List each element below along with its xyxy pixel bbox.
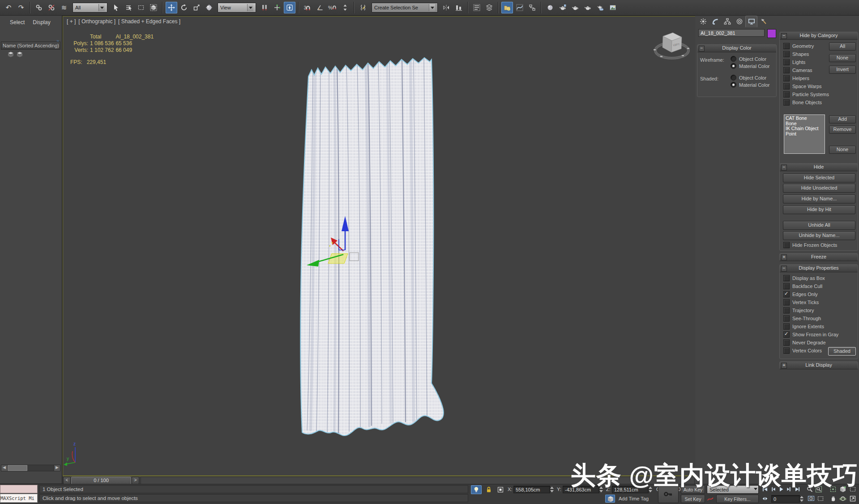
vertex-ticks-checkbox[interactable]: Vertex Ticks — [783, 298, 838, 306]
unlink-selection-icon[interactable] — [46, 2, 57, 13]
time-tag-cube-icon[interactable] — [605, 495, 615, 503]
scroll-right-icon[interactable]: ▶ — [54, 465, 60, 471]
rectangular-selection-region-icon[interactable] — [135, 2, 147, 13]
hide-frozen-objects-checkbox[interactable]: Hide Frozen Objects — [783, 241, 837, 249]
key-mode-toggle-icon[interactable] — [761, 495, 769, 503]
list-add-button[interactable]: Add — [829, 115, 856, 123]
default-in-out-tangents-icon[interactable] — [706, 495, 715, 504]
scroll-left-icon[interactable]: ◀ — [1, 465, 8, 471]
backface-cull-checkbox[interactable]: Backface Cull — [783, 282, 838, 290]
list-remove-button[interactable]: Remove — [829, 126, 856, 134]
add-time-tag[interactable]: Add Time Tag — [619, 496, 649, 501]
viewport-canvas[interactable]: z y LEFT — [63, 17, 695, 475]
select-object-icon[interactable] — [110, 2, 122, 13]
edit-named-selection-sets-icon[interactable] — [357, 2, 369, 13]
display-as-box-checkbox[interactable]: Display as Box — [783, 274, 838, 282]
category-invert-button[interactable]: Invert — [829, 66, 856, 74]
schematic-view-icon[interactable] — [526, 2, 538, 13]
select-and-link-icon[interactable] — [33, 2, 45, 13]
use-selection-center-icon[interactable] — [284, 2, 295, 13]
explorer-menu-display[interactable]: Display — [33, 19, 50, 25]
select-and-manipulate-icon[interactable] — [271, 2, 283, 13]
render-production-icon[interactable] — [582, 2, 594, 13]
category-bone-objects-checkbox[interactable]: Bone Objects — [783, 98, 829, 106]
current-frame-field[interactable]: 0 — [771, 495, 800, 503]
bind-to-space-warp-icon[interactable]: ≋ — [58, 2, 70, 13]
time-configuration-icon[interactable] — [807, 495, 815, 503]
freeze-rollout-header[interactable]: + Freeze — [780, 254, 858, 261]
window-crossing-toggle-icon[interactable] — [148, 2, 159, 13]
expand-icon[interactable]: + — [781, 363, 787, 368]
tab-hierarchy[interactable] — [721, 16, 733, 27]
explorer-layer-row[interactable] — [1, 50, 60, 59]
expand-icon[interactable]: + — [781, 254, 787, 260]
select-and-rotate-icon[interactable] — [178, 2, 190, 13]
ignore-extents-checkbox[interactable]: Ignore Extents — [783, 322, 838, 330]
hide-by-category-header[interactable]: − Hide by Category — [780, 32, 858, 40]
vertex-colors-shaded-button[interactable]: Shaded — [828, 347, 856, 356]
frame-spinner[interactable] — [800, 495, 805, 503]
never-degrade-checkbox[interactable]: Never Degrade — [783, 339, 838, 347]
wireframe-object-color-radio[interactable]: Object Color — [731, 55, 766, 62]
time-slider-handle[interactable]: 0 / 100 — [71, 477, 131, 484]
key-filters-button[interactable]: Key Filters... — [716, 495, 759, 503]
list-none-button[interactable]: None — [829, 146, 856, 154]
category-shapes-checkbox[interactable]: Shapes — [783, 50, 829, 58]
scrollbar-thumb[interactable] — [8, 465, 27, 471]
object-color-swatch[interactable] — [767, 29, 776, 38]
select-and-scale-icon[interactable] — [191, 2, 202, 13]
wireframe-material-color-radio[interactable]: Material Color — [731, 63, 769, 69]
render-setup-icon[interactable] — [557, 2, 568, 13]
curtain-mesh-object[interactable] — [300, 58, 444, 436]
snaps-toggle-3d-icon[interactable]: 3 — [302, 2, 313, 13]
rendered-frame-window-icon[interactable] — [569, 2, 581, 13]
collapse-icon[interactable]: − — [781, 266, 787, 271]
viewport[interactable]: [ + ] [ Orthographic ] [ Shaded + Edged … — [63, 16, 696, 476]
maximize-viewport-icon[interactable] — [849, 495, 856, 503]
explorer-menu-select[interactable]: Select — [10, 19, 25, 25]
orbit-icon[interactable] — [839, 495, 846, 503]
named-selection-set-dropdown[interactable]: Create Selection Se — [372, 3, 438, 13]
hide-by-name-button[interactable]: Hide by Name... — [783, 195, 855, 203]
tab-modify[interactable] — [709, 16, 721, 27]
graphite-ribbon-toggle-icon[interactable] — [483, 2, 495, 13]
display-color-rollout-header[interactable]: − Display Color — [697, 45, 776, 52]
hide-selected-button[interactable]: Hide Selected — [783, 174, 855, 182]
explorer-horizontal-scrollbar[interactable]: ◀ ▶ — [1, 465, 60, 471]
hide-unselected-button[interactable]: Hide Unselected — [783, 184, 855, 193]
hide-by-hit-button[interactable]: Hide by Hit — [783, 205, 855, 214]
category-all-button[interactable]: All — [829, 42, 856, 51]
collapse-icon[interactable]: − — [781, 33, 787, 39]
category-particle-systems-checkbox[interactable]: Particle Systems — [783, 90, 829, 98]
percent-snap-icon[interactable]: % — [327, 2, 338, 13]
tab-motion[interactable] — [733, 16, 745, 27]
show-frozen-in-gray-checkbox[interactable]: Show Frozen in Gray — [783, 330, 838, 339]
layer-manager-icon[interactable] — [471, 2, 483, 13]
redo-icon[interactable]: ↷ — [15, 2, 27, 13]
display-properties-header[interactable]: − Display Properties — [780, 265, 858, 272]
next-frame-button[interactable]: > — [132, 477, 139, 484]
tab-display[interactable] — [745, 16, 757, 27]
selection-region-icon[interactable] — [816, 495, 824, 503]
selection-filter-dropdown[interactable]: All — [73, 3, 107, 13]
collapse-icon[interactable]: − — [699, 46, 705, 51]
spinner-snap-icon[interactable] — [339, 2, 351, 13]
reference-coordinate-dropdown[interactable]: View — [218, 3, 256, 13]
mirror-icon[interactable] — [440, 2, 452, 13]
list-item[interactable]: IK Chain Object — [786, 126, 823, 131]
see-through-checkbox[interactable]: See-Through — [783, 314, 838, 322]
use-pivot-point-center-icon[interactable] — [259, 2, 270, 13]
collapse-icon[interactable]: − — [781, 165, 787, 170]
hide-rollout-header[interactable]: − Hide — [780, 164, 858, 171]
maxscript-mini-listener-pink[interactable] — [0, 485, 38, 493]
list-item[interactable]: Point — [786, 131, 823, 137]
unhide-all-button[interactable]: Unhide All — [783, 221, 855, 230]
explorer-name-column-header[interactable]: Name (Sorted Ascending) — [1, 42, 60, 50]
category-geometry-checkbox[interactable]: Geometry — [783, 42, 829, 50]
material-editor-icon[interactable] — [544, 2, 556, 13]
set-key-button[interactable]: Set Key — [681, 495, 705, 503]
viewcube[interactable]: LEFT — [654, 33, 689, 58]
pan-hand-icon[interactable] — [829, 495, 837, 503]
tab-utilities[interactable] — [757, 16, 769, 27]
undo-icon[interactable]: ↶ — [3, 2, 14, 13]
